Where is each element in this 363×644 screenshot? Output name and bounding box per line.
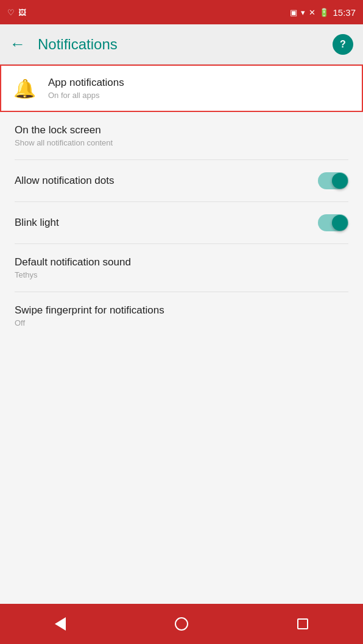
help-button[interactable]: ?: [333, 34, 353, 55]
toggle-thumb-1: [332, 173, 348, 189]
bell-icon: 🔔: [13, 78, 36, 99]
toggle-thumb-2: [332, 215, 348, 231]
fingerprint-title: Swipe fingerprint for notifications: [15, 304, 164, 317]
home-nav-button[interactable]: [166, 609, 197, 639]
notification-dots-text: Allow notification dots: [15, 175, 114, 187]
status-bar: ♡ 🖼 ▣ ▾ ✕ 🔋 15:37: [0, 0, 363, 24]
home-nav-icon: [175, 617, 188, 631]
recents-nav-button[interactable]: [287, 609, 318, 639]
fingerprint-text: Swipe fingerprint for notifications Off: [15, 304, 164, 327]
lock-screen-title: On the lock screen: [15, 124, 113, 136]
lock-screen-subtitle: Show all notification content: [15, 138, 113, 147]
status-time: 15:37: [333, 7, 356, 18]
notification-icon-2: 🖼: [18, 8, 26, 17]
app-notifications-title: App notifications: [48, 77, 124, 89]
vibrate-icon: ▣: [290, 8, 297, 17]
app-notifications-text: App notifications On for all apps: [48, 77, 124, 100]
lock-screen-row[interactable]: On the lock screen Show all notification…: [0, 112, 363, 159]
back-nav-icon: [55, 617, 66, 631]
blink-light-text: Blink light: [15, 217, 59, 229]
app-bar: ← Notifications ?: [0, 24, 363, 65]
app-notifications-row[interactable]: 🔔 App notifications On for all apps: [0, 65, 363, 112]
notification-dots-title: Allow notification dots: [15, 175, 114, 187]
status-bar-right: ▣ ▾ ✕ 🔋 15:37: [290, 7, 356, 18]
recents-nav-icon: [297, 618, 308, 629]
notification-dots-row[interactable]: Allow notification dots: [0, 160, 363, 201]
blink-light-toggle[interactable]: [318, 214, 348, 231]
app-notifications-subtitle: On for all apps: [48, 91, 124, 100]
back-button[interactable]: ←: [10, 35, 26, 54]
battery-icon: 🔋: [319, 8, 329, 17]
notification-sound-title: Default notification sound: [15, 256, 131, 268]
blink-light-row[interactable]: Blink light: [0, 202, 363, 243]
blink-light-title: Blink light: [15, 217, 59, 229]
lock-screen-text: On the lock screen Show all notification…: [15, 124, 113, 147]
notification-sound-row[interactable]: Default notification sound Tethys: [0, 244, 363, 292]
fingerprint-row[interactable]: Swipe fingerprint for notifications Off: [0, 292, 363, 340]
help-icon: ?: [340, 39, 346, 50]
wifi-icon: ▾: [301, 8, 305, 17]
page-title: Notifications: [38, 36, 320, 53]
settings-section: On the lock screen Show all notification…: [0, 112, 363, 340]
bottom-nav: [0, 604, 363, 644]
notification-icon-1: ♡: [7, 8, 15, 17]
fingerprint-subtitle: Off: [15, 318, 164, 327]
notification-sound-subtitle: Tethys: [15, 270, 131, 279]
notification-sound-text: Default notification sound Tethys: [15, 256, 131, 279]
signal-off-icon: ✕: [309, 8, 315, 17]
back-nav-button[interactable]: [45, 609, 76, 639]
status-bar-left: ♡ 🖼: [7, 8, 26, 17]
notification-dots-toggle[interactable]: [318, 172, 348, 189]
